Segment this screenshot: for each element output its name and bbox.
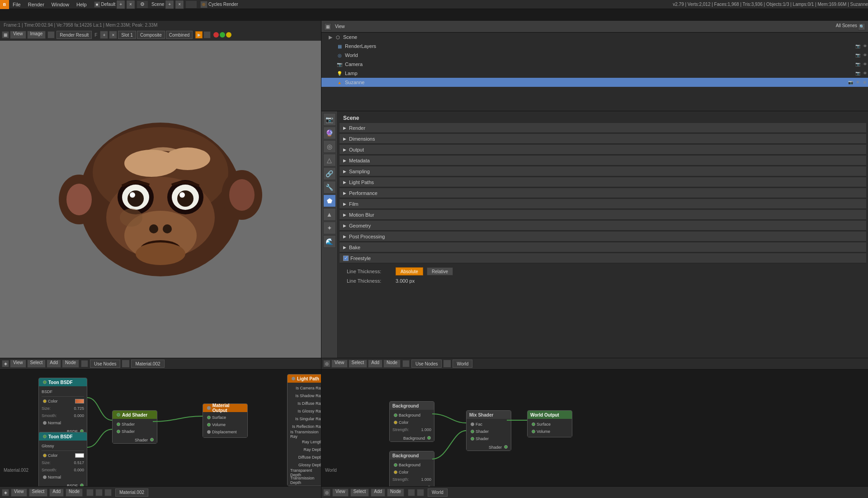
section-dimensions-header[interactable]: ▶ Dimensions — [340, 134, 866, 144]
slot-close-btn[interactable]: × — [109, 31, 117, 39]
section-output-header[interactable]: ▶ Output — [340, 145, 866, 155]
prop-material-icon[interactable]: ⬟ — [323, 194, 336, 207]
scene-add-btn[interactable]: + — [165, 0, 174, 9]
node-bottom-select-btn[interactable]: Select — [29, 489, 48, 497]
outliner-item-renderlayers[interactable]: ▦ RenderLayers 📷 👁 — [321, 42, 868, 51]
prop-physics-icon[interactable]: 🌊 — [323, 235, 336, 248]
vis-eye2-icon[interactable]: 👁 — [862, 52, 868, 58]
scene-close-btn[interactable]: × — [175, 0, 184, 9]
vis-eye4-icon[interactable]: 👁 — [862, 70, 868, 76]
outliner-item-suzanne[interactable]: ▲ Suzanne 📷 👁 ⊕ — [321, 78, 868, 87]
use-nodes-btn[interactable]: Use Nodes — [90, 360, 120, 368]
section-freestyle-header[interactable]: ✓ Freestyle — [340, 253, 866, 263]
render-extra-icon[interactable] — [203, 31, 211, 38]
world-bottom-select-btn[interactable]: Select — [350, 489, 369, 497]
section-freestyle: ✓ Freestyle Line Thickness: Absolute Rel… — [340, 253, 866, 288]
prop-object-icon[interactable]: △ — [323, 154, 336, 166]
node-bottom-view-btn[interactable]: View — [11, 489, 27, 497]
vis-render5-icon[interactable]: 📷 — [847, 79, 854, 85]
slot-add-btn[interactable]: + — [100, 31, 108, 39]
outliner-item-scene[interactable]: ▶ ⬡ Scene — [321, 33, 868, 42]
play-btn[interactable] — [220, 32, 225, 38]
image-btn[interactable]: Image — [27, 31, 46, 39]
combined-btn[interactable]: Combined — [166, 31, 193, 39]
vis-render3-icon[interactable]: 📷 — [854, 61, 861, 67]
world-node-btn[interactable]: Node — [383, 360, 401, 368]
outliner-item-lamp[interactable]: 💡 Lamp 📷 👁 — [321, 69, 868, 78]
workspace-close-btn[interactable]: × — [126, 0, 135, 9]
composite-btn[interactable]: Composite — [137, 31, 165, 39]
section-motion-blur-header[interactable]: ▶ Motion Blur — [340, 210, 866, 220]
section-metadata-header[interactable]: ▶ Metadata — [340, 156, 866, 166]
section-post-processing-header[interactable]: ▶ Post Processing — [340, 232, 866, 242]
render-icon[interactable]: ▶ — [195, 31, 203, 38]
node-background-1[interactable]: Background Background Color Strength: 1.… — [389, 401, 434, 442]
node-add-shader[interactable]: Add Shader Shader Shader Shader — [112, 410, 157, 444]
menu-window[interactable]: Window — [48, 0, 73, 9]
prop-render-icon[interactable]: 📷 — [323, 113, 336, 126]
section-bake-header[interactable]: ▶ Bake — [340, 242, 866, 252]
world-add-btn[interactable]: Add — [368, 360, 382, 368]
material-selector[interactable]: Material.002 — [131, 360, 164, 368]
node-select-btn[interactable]: Select — [27, 360, 46, 368]
node-bottom-node-btn[interactable]: Node — [66, 489, 83, 497]
render-result-btn[interactable]: Render Result — [57, 31, 92, 39]
workspace-add-btn[interactable]: + — [116, 0, 125, 9]
lp-diffuse-row: Is Diffuse Ray — [290, 400, 321, 407]
stop-btn[interactable] — [213, 32, 219, 38]
vis-render2-icon[interactable]: 📷 — [854, 52, 861, 58]
menu-file[interactable]: File — [9, 0, 24, 9]
section-light-paths-header[interactable]: ▶ Light Paths — [340, 177, 866, 187]
node-world-output[interactable]: World Output Surface Volume — [527, 410, 572, 437]
absolute-btn[interactable]: Absolute — [396, 267, 423, 275]
node-toon-bsdf-2[interactable]: Toon BSDF Glossy Color Size: 0.517 Smoot… — [38, 432, 87, 486]
outliner-item-world[interactable]: ◎ World 📷 👁 — [321, 51, 868, 60]
vis-eye-icon[interactable]: 👁 — [862, 43, 868, 49]
world-view-btn[interactable]: View — [331, 360, 348, 368]
node-light-path[interactable]: Light Path Is Camera Ray Is Shadow Ray I… — [287, 374, 321, 486]
world-selector[interactable]: World — [453, 360, 472, 368]
prop-data-icon[interactable]: ▲ — [323, 208, 336, 221]
slot-label[interactable]: Slot 1 — [118, 31, 136, 39]
vis-render4-icon[interactable]: 📷 — [854, 70, 861, 76]
prop-particles-icon[interactable]: ✦ — [323, 222, 336, 234]
prop-constraint-icon[interactable]: 🔗 — [323, 167, 336, 180]
section-performance-header[interactable]: ▶ Performance — [340, 188, 866, 198]
node-add-btn[interactable]: Add — [47, 360, 61, 368]
world-node-canvas[interactable]: Mix Shader Fac Shader Shader Shader — [321, 370, 868, 486]
world-bottom-view-btn[interactable]: View — [332, 489, 349, 497]
pause-btn[interactable] — [226, 32, 231, 38]
menu-help[interactable]: Help — [73, 0, 90, 9]
view-btn[interactable]: View — [10, 31, 26, 39]
section-film-header[interactable]: ▶ Film — [340, 199, 866, 209]
menu-render[interactable]: Render — [24, 0, 48, 9]
node-node-btn[interactable]: Node — [62, 360, 79, 368]
section-render-header[interactable]: ▶ Render — [340, 123, 866, 133]
prop-scene-icon[interactable]: 🔮 — [323, 127, 336, 139]
outliner-item-camera[interactable]: 📷 Camera 📷 👁 — [321, 60, 868, 69]
node-toon-bsdf-1[interactable]: Toon BSDF BSDF Color Size: 0.725 Smooth: — [38, 378, 87, 435]
vis-extra5-icon[interactable]: ⊕ — [862, 79, 868, 85]
node-bottom-add-btn[interactable]: Add — [49, 489, 64, 497]
vis-render-icon[interactable]: 📷 — [854, 43, 861, 49]
node-mix-shader[interactable]: Mix Shader Fac Shader Shader Shader — [466, 410, 511, 451]
node-view-btn[interactable]: View — [10, 360, 26, 368]
relative-btn[interactable]: Relative — [427, 267, 453, 275]
world-selector-bottom[interactable]: World — [428, 489, 448, 497]
node-canvas[interactable]: Toon BSDF BSDF Color Size: 0.725 Smooth: — [0, 370, 321, 486]
vis-eye5-icon[interactable]: 👁 — [854, 79, 861, 85]
node-material-selector-bottom[interactable]: Material.002 — [115, 489, 148, 497]
outliner-search-btn[interactable]: 🔍 — [858, 23, 865, 30]
section-geometry-header[interactable]: ▶ Geometry — [340, 221, 866, 231]
world-select-btn[interactable]: Select — [349, 360, 368, 368]
node-material-output[interactable]: Material Output Surface Volume Displacem… — [203, 403, 248, 438]
world-use-nodes-btn[interactable]: Use Nodes — [411, 360, 442, 368]
freestyle-checkbox[interactable]: ✓ — [343, 256, 349, 261]
world-bottom-add-btn[interactable]: Add — [371, 489, 385, 497]
prop-modifier-icon[interactable]: 🔧 — [323, 181, 336, 194]
vis-eye3-icon[interactable]: 👁 — [862, 61, 868, 67]
world-bottom-node-btn[interactable]: Node — [387, 489, 404, 497]
prop-world-icon[interactable]: ◎ — [323, 140, 336, 153]
section-sampling-header[interactable]: ▶ Sampling — [340, 166, 866, 176]
node-background-2[interactable]: Background Background Color Strength: 1.… — [389, 451, 434, 486]
